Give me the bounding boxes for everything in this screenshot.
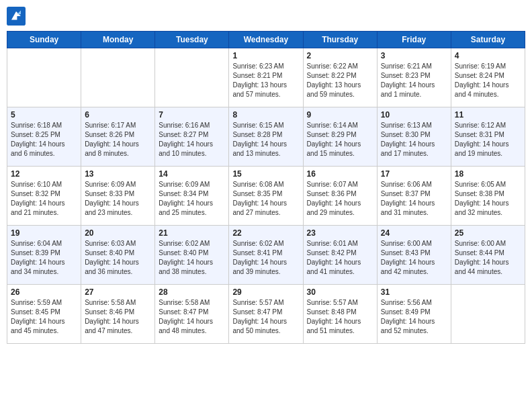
day-number: 13 [85, 169, 151, 179]
calendar-cell [451, 285, 525, 344]
day-number: 23 [307, 228, 373, 238]
calendar-cell: 15Sunrise: 6:08 AM Sunset: 8:35 PM Dayli… [229, 167, 303, 226]
day-number: 26 [11, 287, 77, 297]
weekday-header: Saturday [451, 32, 525, 48]
calendar-cell: 29Sunrise: 5:57 AM Sunset: 8:47 PM Dayli… [229, 285, 303, 344]
day-number: 12 [11, 169, 77, 179]
day-info: Sunrise: 6:06 AM Sunset: 8:37 PM Dayligh… [381, 180, 447, 218]
calendar-cell: 28Sunrise: 5:58 AM Sunset: 8:47 PM Dayli… [155, 285, 229, 344]
day-info: Sunrise: 5:58 AM Sunset: 8:46 PM Dayligh… [85, 298, 151, 336]
day-info: Sunrise: 6:12 AM Sunset: 8:31 PM Dayligh… [455, 121, 521, 158]
day-number: 21 [159, 228, 225, 238]
calendar-cell: 17Sunrise: 6:06 AM Sunset: 8:37 PM Dayli… [377, 167, 451, 226]
day-number: 10 [381, 110, 447, 120]
day-number: 5 [11, 110, 77, 120]
day-info: Sunrise: 6:18 AM Sunset: 8:25 PM Dayligh… [11, 121, 77, 158]
calendar-cell: 16Sunrise: 6:07 AM Sunset: 8:36 PM Dayli… [303, 167, 377, 226]
day-number: 28 [159, 287, 225, 297]
calendar-cell: 19Sunrise: 6:04 AM Sunset: 8:39 PM Dayli… [7, 226, 81, 285]
day-number: 20 [85, 228, 151, 238]
calendar-cell: 18Sunrise: 6:05 AM Sunset: 8:38 PM Dayli… [451, 167, 525, 226]
calendar-cell: 3Sunrise: 6:21 AM Sunset: 8:23 PM Daylig… [377, 48, 451, 107]
day-info: Sunrise: 5:57 AM Sunset: 8:48 PM Dayligh… [307, 298, 373, 336]
calendar-cell: 25Sunrise: 6:00 AM Sunset: 8:44 PM Dayli… [451, 226, 525, 285]
day-number: 17 [381, 169, 447, 179]
day-info: Sunrise: 6:17 AM Sunset: 8:26 PM Dayligh… [85, 121, 151, 158]
day-number: 30 [307, 287, 373, 297]
calendar-cell: 24Sunrise: 6:00 AM Sunset: 8:43 PM Dayli… [377, 226, 451, 285]
calendar-week-row: 19Sunrise: 6:04 AM Sunset: 8:39 PM Dayli… [7, 226, 525, 285]
day-number: 6 [85, 110, 151, 120]
weekday-header: Tuesday [155, 32, 229, 48]
day-number: 24 [381, 228, 447, 238]
calendar-cell: 10Sunrise: 6:13 AM Sunset: 8:30 PM Dayli… [377, 107, 451, 167]
day-info: Sunrise: 6:21 AM Sunset: 8:23 PM Dayligh… [381, 62, 447, 99]
day-number: 8 [232, 110, 299, 120]
day-number: 4 [455, 51, 521, 60]
day-number: 18 [455, 169, 521, 179]
calendar-cell [81, 48, 155, 107]
day-info: Sunrise: 6:08 AM Sunset: 8:35 PM Dayligh… [232, 180, 299, 218]
day-info: Sunrise: 5:57 AM Sunset: 8:47 PM Dayligh… [232, 298, 299, 336]
day-number: 15 [232, 169, 299, 179]
calendar-cell: 22Sunrise: 6:02 AM Sunset: 8:41 PM Dayli… [229, 226, 303, 285]
weekday-header: Wednesday [229, 32, 303, 48]
weekday-header: Monday [81, 32, 155, 48]
day-info: Sunrise: 6:13 AM Sunset: 8:30 PM Dayligh… [381, 121, 447, 158]
day-number: 22 [232, 228, 299, 238]
day-info: Sunrise: 6:10 AM Sunset: 8:32 PM Dayligh… [11, 180, 77, 218]
day-number: 29 [232, 287, 299, 297]
day-number: 11 [455, 110, 521, 120]
day-number: 27 [85, 287, 151, 297]
day-info: Sunrise: 6:05 AM Sunset: 8:38 PM Dayligh… [455, 180, 521, 218]
weekday-header: Friday [377, 32, 451, 48]
day-info: Sunrise: 5:59 AM Sunset: 8:45 PM Dayligh… [11, 298, 77, 336]
day-info: Sunrise: 6:04 AM Sunset: 8:39 PM Dayligh… [11, 239, 77, 277]
day-info: Sunrise: 6:23 AM Sunset: 8:21 PM Dayligh… [232, 62, 299, 99]
calendar-cell: 11Sunrise: 6:12 AM Sunset: 8:31 PM Dayli… [451, 107, 525, 167]
weekday-header: Thursday [303, 32, 377, 48]
day-number: 19 [11, 228, 77, 238]
day-info: Sunrise: 6:00 AM Sunset: 8:44 PM Dayligh… [455, 239, 521, 277]
calendar-cell: 23Sunrise: 6:01 AM Sunset: 8:42 PM Dayli… [303, 226, 377, 285]
calendar-cell: 6Sunrise: 6:17 AM Sunset: 8:26 PM Daylig… [81, 107, 155, 167]
weekday-header-row: SundayMondayTuesdayWednesdayThursdayFrid… [7, 32, 525, 48]
calendar-cell: 9Sunrise: 6:14 AM Sunset: 8:29 PM Daylig… [303, 107, 377, 167]
day-info: Sunrise: 6:15 AM Sunset: 8:28 PM Dayligh… [232, 121, 299, 158]
calendar-cell: 31Sunrise: 5:56 AM Sunset: 8:49 PM Dayli… [377, 285, 451, 344]
calendar-cell: 8Sunrise: 6:15 AM Sunset: 8:28 PM Daylig… [229, 107, 303, 167]
calendar-cell: 4Sunrise: 6:19 AM Sunset: 8:24 PM Daylig… [451, 48, 525, 107]
day-number: 25 [455, 228, 521, 238]
day-info: Sunrise: 6:03 AM Sunset: 8:40 PM Dayligh… [85, 239, 151, 277]
day-number: 9 [307, 110, 373, 120]
day-info: Sunrise: 6:22 AM Sunset: 8:22 PM Dayligh… [307, 62, 373, 99]
day-number: 7 [159, 110, 225, 120]
calendar-cell [155, 48, 229, 107]
day-info: Sunrise: 6:00 AM Sunset: 8:43 PM Dayligh… [381, 239, 447, 277]
day-number: 3 [381, 51, 447, 60]
day-number: 1 [232, 51, 299, 60]
calendar-cell: 12Sunrise: 6:10 AM Sunset: 8:32 PM Dayli… [7, 167, 81, 226]
calendar-cell: 14Sunrise: 6:09 AM Sunset: 8:34 PM Dayli… [155, 167, 229, 226]
day-info: Sunrise: 6:16 AM Sunset: 8:27 PM Dayligh… [159, 121, 225, 158]
calendar-cell: 5Sunrise: 6:18 AM Sunset: 8:25 PM Daylig… [7, 107, 81, 167]
calendar-week-row: 5Sunrise: 6:18 AM Sunset: 8:25 PM Daylig… [7, 107, 525, 167]
calendar-cell: 7Sunrise: 6:16 AM Sunset: 8:27 PM Daylig… [155, 107, 229, 167]
day-number: 2 [307, 51, 373, 60]
day-info: Sunrise: 6:14 AM Sunset: 8:29 PM Dayligh… [307, 121, 373, 158]
day-info: Sunrise: 6:09 AM Sunset: 8:33 PM Dayligh… [85, 180, 151, 218]
page-header [7, 7, 525, 26]
day-info: Sunrise: 5:56 AM Sunset: 8:49 PM Dayligh… [381, 298, 447, 336]
day-number: 14 [159, 169, 225, 179]
calendar-week-row: 1Sunrise: 6:23 AM Sunset: 8:21 PM Daylig… [7, 48, 525, 107]
calendar-cell: 2Sunrise: 6:22 AM Sunset: 8:22 PM Daylig… [303, 48, 377, 107]
calendar-cell: 1Sunrise: 6:23 AM Sunset: 8:21 PM Daylig… [229, 48, 303, 107]
day-info: Sunrise: 6:07 AM Sunset: 8:36 PM Dayligh… [307, 180, 373, 218]
day-info: Sunrise: 5:58 AM Sunset: 8:47 PM Dayligh… [159, 298, 225, 336]
day-info: Sunrise: 6:02 AM Sunset: 8:41 PM Dayligh… [232, 239, 299, 277]
day-info: Sunrise: 6:01 AM Sunset: 8:42 PM Dayligh… [307, 239, 373, 277]
day-info: Sunrise: 6:02 AM Sunset: 8:40 PM Dayligh… [159, 239, 225, 277]
calendar-cell: 27Sunrise: 5:58 AM Sunset: 8:46 PM Dayli… [81, 285, 155, 344]
day-info: Sunrise: 6:19 AM Sunset: 8:24 PM Dayligh… [455, 62, 521, 99]
logo [7, 7, 28, 26]
